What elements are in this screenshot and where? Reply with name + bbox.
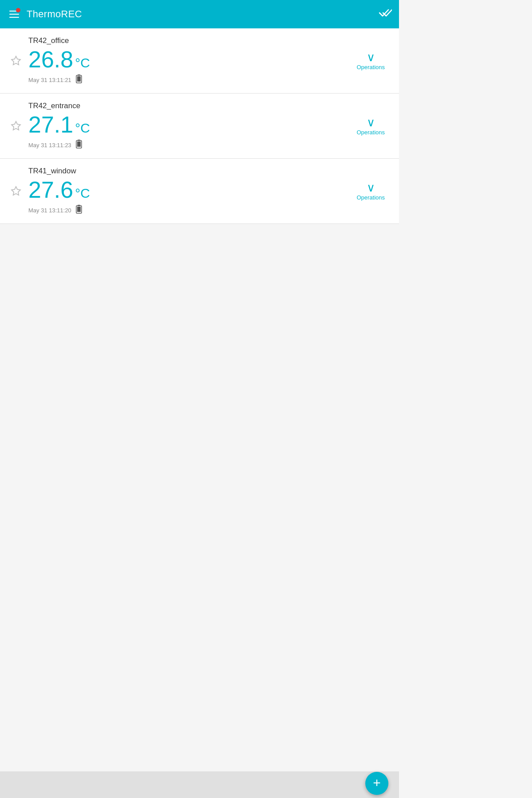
temperature-unit: °C (75, 186, 90, 201)
temperature-display: 26.8 °C (28, 48, 349, 71)
chevron-down-icon: ∨ (367, 51, 375, 63)
done-all-button[interactable] (379, 8, 392, 20)
temperature-value: 27.6 (28, 178, 73, 201)
empty-content-area (0, 224, 399, 765)
menu-button[interactable] (7, 7, 21, 21)
sensor-metadata: May 31 13:11:23 (28, 140, 349, 150)
temperature-unit: °C (75, 121, 90, 136)
chevron-down-icon: ∨ (367, 117, 375, 128)
add-sensor-button[interactable]: + (365, 772, 388, 795)
header-left: ThermoREC (7, 7, 82, 21)
app-header: ThermoREC (0, 0, 399, 28)
sensor-metadata: May 31 13:11:21 (28, 74, 349, 85)
battery-icon (76, 74, 82, 85)
plus-icon: + (373, 776, 381, 790)
operations-label: Operations (356, 194, 385, 201)
battery-icon (76, 140, 82, 150)
timestamp: May 31 13:11:20 (28, 207, 71, 214)
temperature-unit: °C (75, 55, 90, 70)
sensor-row: TR42_office 26.8 °C May 31 13:11:21 ∨ Op… (0, 28, 399, 94)
temperature-value: 26.8 (28, 48, 73, 71)
sensor-info-tr42-office: TR42_office 26.8 °C May 31 13:11:21 (25, 36, 349, 85)
favorite-button-tr42-entrance[interactable] (7, 121, 25, 131)
sensor-metadata: May 31 13:11:20 (28, 205, 349, 215)
operations-button-tr42-entrance[interactable]: ∨ Operations (349, 113, 392, 139)
done-all-icon (379, 8, 392, 18)
sensor-row: TR41_window 27.6 °C May 31 13:11:20 ∨ Op… (0, 159, 399, 224)
bottom-bar: + (0, 771, 399, 798)
battery-icon-svg (76, 140, 82, 149)
favorite-button-tr42-office[interactable] (7, 55, 25, 66)
sensor-list: TR42_office 26.8 °C May 31 13:11:21 ∨ Op… (0, 28, 399, 224)
battery-icon-svg (76, 74, 82, 83)
sensor-row: TR42_entrance 27.1 °C May 31 13:11:23 ∨ … (0, 94, 399, 159)
svg-rect-11 (77, 207, 81, 212)
battery-icon-svg (76, 205, 82, 214)
temperature-display: 27.1 °C (28, 113, 349, 136)
operations-button-tr41-window[interactable]: ∨ Operations (349, 178, 392, 204)
timestamp: May 31 13:11:21 (28, 77, 71, 83)
temperature-display: 27.6 °C (28, 178, 349, 201)
chevron-down-icon: ∨ (367, 182, 375, 193)
battery-icon (76, 205, 82, 215)
sensor-info-tr42-entrance: TR42_entrance 27.1 °C May 31 13:11:23 (25, 102, 349, 150)
favorite-button-tr41-window[interactable] (7, 186, 25, 196)
operations-label: Operations (356, 129, 385, 136)
star-icon (11, 186, 21, 196)
svg-marker-8 (12, 187, 20, 195)
operations-label: Operations (356, 64, 385, 70)
notification-badge (16, 8, 20, 12)
svg-rect-7 (77, 141, 81, 147)
operations-button-tr42-office[interactable]: ∨ Operations (349, 48, 392, 74)
star-icon (11, 55, 21, 66)
svg-marker-0 (12, 56, 20, 65)
sensor-info-tr41-window: TR41_window 27.6 °C May 31 13:11:20 (25, 167, 349, 215)
temperature-value: 27.1 (28, 113, 73, 136)
app-title: ThermoREC (27, 8, 82, 20)
sensor-name: TR42_office (28, 36, 349, 45)
star-icon (11, 121, 21, 131)
svg-rect-3 (77, 76, 81, 82)
sensor-name: TR41_window (28, 167, 349, 176)
sensor-name: TR42_entrance (28, 102, 349, 110)
timestamp: May 31 13:11:23 (28, 142, 71, 149)
svg-marker-4 (12, 121, 20, 130)
